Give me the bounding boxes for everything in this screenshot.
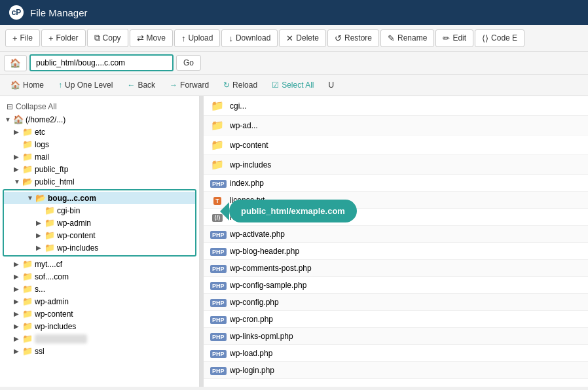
tree-item-label: wp-admin (35, 297, 69, 306)
list-item[interactable]: PHP wp-config-sample.php (204, 277, 588, 294)
tree-item-boug-com[interactable]: ▼ 📂 boug...c.com (4, 192, 195, 204)
list-item[interactable]: PHP wp-config.php (204, 294, 588, 311)
delete-icon: ✕ (286, 33, 293, 43)
tree-item-public-html[interactable]: ▼ 📂 public_html (0, 175, 199, 188)
html-badge-icon: ⟨/⟩ (210, 212, 225, 222)
tree-item-label: sof....com (35, 272, 69, 281)
folder-icon: 📁 (22, 127, 33, 137)
file-name: wp-content (230, 141, 268, 150)
folder-icon: 📁 (45, 218, 55, 228)
back-icon: ← (127, 80, 135, 90)
file-name: wp-cron.php (230, 315, 273, 324)
collapse-all-button[interactable]: ⊟ Collapse All (0, 100, 199, 113)
folder-icon: 📁 (22, 284, 33, 294)
delete-button[interactable]: ✕ Delete (279, 29, 326, 47)
nav-home-button[interactable]: 🏠 Home (5, 78, 49, 92)
list-item[interactable]: PHP wp-load.php (204, 345, 588, 362)
rename-button[interactable]: ✎ Rename (380, 29, 434, 47)
top-header: cP File Manager (0, 0, 588, 25)
unselect-button[interactable]: U (323, 78, 340, 92)
code-icon: ⟨⟩ (482, 33, 488, 43)
expand-icon: ▶ (14, 347, 20, 355)
file-name: readme.html (230, 213, 274, 222)
forward-button[interactable]: → Forward (164, 78, 214, 92)
file-tree: ⊟ Collapse All ▼ 🏠 (/home2/...) ▶ 📁 etc … (0, 96, 200, 387)
file-plus-icon: + (12, 33, 18, 43)
upload-button[interactable]: ↑ Upload (174, 29, 221, 47)
list-item[interactable]: PHP wp-comments-post.php (204, 260, 588, 277)
file-button[interactable]: + File (5, 29, 40, 47)
go-button[interactable]: Go (176, 55, 201, 71)
copy-icon: ⧉ (94, 33, 100, 43)
tree-item-s[interactable]: ▶ 📁 s... (0, 283, 199, 295)
tree-item-root[interactable]: ▼ 🏠 (/home2/...) (0, 113, 199, 126)
file-name: wp-includes (230, 160, 271, 169)
tree-item-wp-includes2[interactable]: ▶ 📁 wp-includes (0, 320, 199, 332)
list-item[interactable]: T license.txt (204, 192, 588, 209)
tree-item-wp-admin2[interactable]: ▶ 📁 wp-admin (0, 295, 199, 308)
move-icon: ⇄ (137, 33, 144, 43)
tree-item-blurred[interactable]: ▶ 📁 blurred (0, 332, 199, 345)
download-button[interactable]: ↓ Download (221, 29, 278, 47)
folder-button[interactable]: + Folder (41, 29, 86, 47)
list-item[interactable]: PHP wp-blog-header.php (204, 243, 588, 260)
main-layout: ⊟ Collapse All ▼ 🏠 (/home2/...) ▶ 📁 etc … (0, 96, 588, 387)
expand-icon: ▶ (14, 273, 20, 280)
home-button[interactable]: 🏠 (4, 55, 27, 71)
php-badge-icon: PHP (210, 246, 225, 256)
tree-item-mail[interactable]: ▶ 📁 mail (0, 151, 199, 163)
list-item[interactable]: PHP wp-links-opml.php (204, 328, 588, 345)
tree-item-ssl[interactable]: ▶ 📁 ssl (0, 345, 199, 357)
folder-open-icon: 📂 (22, 177, 33, 186)
tree-item-cgi-bin[interactable]: 📁 cgi-bin (4, 204, 195, 217)
tree-item-etc[interactable]: ▶ 📁 etc (0, 126, 199, 138)
tree-item-label: (/home2/...) (26, 115, 65, 124)
tree-item-label: cgi-bin (57, 206, 80, 215)
file-name: wp-config.php (230, 298, 279, 307)
folder-icon: 📁 (22, 272, 33, 281)
list-item[interactable]: PHP index.php (204, 175, 588, 192)
restore-button[interactable]: ↺ Restore (327, 29, 379, 47)
edit-button[interactable]: ✏ Edit (435, 29, 473, 47)
back-button[interactable]: ← Back (122, 78, 160, 92)
folder-icon: 📁 (45, 243, 55, 253)
list-item[interactable]: 📁 cgi... (204, 96, 588, 116)
tree-item-label: wp-includes (35, 322, 76, 331)
address-input[interactable] (29, 54, 174, 71)
list-item[interactable]: PHP wp-cron.php (204, 311, 588, 328)
tree-item-wp-includes[interactable]: ▶ 📁 wp-includes (4, 241, 195, 254)
tree-item-wp-content2[interactable]: ▶ 📁 wp-content (0, 308, 199, 320)
move-button[interactable]: ⇄ Move (130, 29, 173, 47)
list-item[interactable]: ⟨/⟩ readme.html (204, 209, 588, 226)
tree-item-sof-com[interactable]: ▶ 📁 sof....com (0, 270, 199, 283)
up-one-level-button[interactable]: ↑ Up One Level (53, 78, 118, 92)
folder-icon: 📁 (22, 259, 33, 269)
expand-icon: ▶ (14, 335, 20, 342)
list-item[interactable]: PHP wp-login.php (204, 362, 588, 379)
list-item[interactable]: 📁 wp-includes (204, 155, 588, 175)
expand-icon: ▼ (27, 194, 33, 202)
select-all-button[interactable]: ☑ Select All (266, 78, 319, 92)
folder-list-icon: 📁 (210, 119, 225, 132)
tree-item-public-ftp[interactable]: ▶ 📁 public_ftp (0, 163, 199, 175)
forward-icon: → (170, 80, 177, 90)
tree-item-label: wp-includes (57, 243, 98, 253)
copy-button[interactable]: ⧉ Copy (87, 29, 128, 47)
php-badge-icon: PHP (210, 314, 225, 324)
tree-item-wp-admin[interactable]: ▶ 📁 wp-admin (4, 217, 195, 229)
list-item[interactable]: 📁 wp-content (204, 135, 588, 155)
tree-item-wp-content[interactable]: ▶ 📁 wp-content (4, 229, 195, 241)
expand-icon: ▼ (14, 178, 20, 185)
expand-icon: ▶ (14, 323, 20, 330)
tree-item-logs[interactable]: 📁 logs (0, 138, 199, 151)
tree-item-label: logs (35, 140, 49, 149)
tree-item-myt-cf[interactable]: ▶ 📁 myt....cf (0, 258, 199, 270)
code-editor-button[interactable]: ⟨⟩ Code E (475, 29, 524, 47)
tree-item-label: wp-content (35, 310, 73, 319)
reload-button[interactable]: ↻ Reload (218, 78, 263, 92)
list-item[interactable]: 📁 wp-ad... (204, 116, 588, 135)
php-badge-icon: PHP (210, 280, 225, 290)
file-name: index.php (230, 179, 264, 188)
txt-badge-icon: T (210, 195, 225, 205)
list-item[interactable]: PHP wp-activate.php (204, 226, 588, 243)
